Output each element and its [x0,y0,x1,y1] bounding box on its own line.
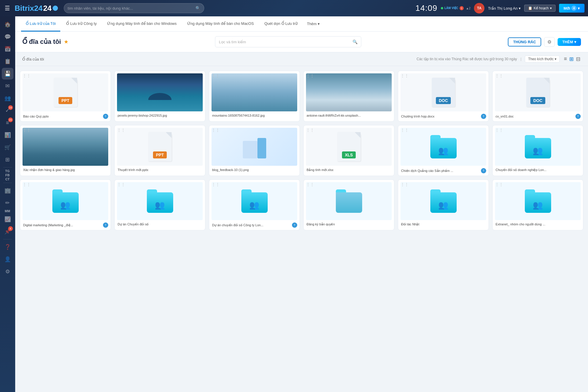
new-label-text: Mới [564,6,570,11]
file-card[interactable]: ⋮⋮ 👥 Digital marketing (Marketing _điệ..… [20,179,111,230]
file-menu-icon[interactable]: ⋮⋮ [212,73,220,78]
file-menu-icon[interactable]: ⋮⋮ [306,182,314,187]
file-card[interactable]: ⋮⋮ DOC Chương trình họp.docx T [398,71,489,122]
file-name: Dự án Chuyển đổi số [117,222,149,226]
sidebar-item-drive[interactable]: 💾 [2,68,13,80]
file-card[interactable]: ⋮⋮ 👥 Chiến dịch Quảng cáo Sản phẩm ... T [398,125,489,176]
sidebar-item-orders[interactable]: ≡15 [2,117,13,129]
list-view-icon[interactable]: ≡ [563,55,568,63]
sidebar-item-contacts[interactable]: 👥 [2,92,13,104]
sidebar-item-home[interactable]: 🏠 [2,19,13,30]
sidebar-item-building[interactable]: 🏢 [2,185,13,196]
file-menu-icon[interactable]: ⋮⋮ [117,128,125,132]
sidebar-item-mail[interactable]: ✉ [2,80,13,92]
new-button[interactable]: Mới 4 ▾ [559,4,584,13]
file-card[interactable]: ⋮⋮ XLS Bảng tính mới.xlsx [303,125,394,176]
favorite-star-icon[interactable]: ★ [64,39,68,45]
file-menu-icon[interactable]: ⋮⋮ [400,128,409,132]
folder-people-icon: 👥 [533,146,543,156]
doc-badge: DOC [436,97,451,104]
tab-macos-app-label: Ứng dụng Máy tính để bàn cho MacOS [187,21,254,26]
sidebar-item-chat[interactable]: 💬 [2,31,13,43]
file-card[interactable]: ⋮⋮ 👥 Đối tác Nhật [398,179,489,230]
file-card[interactable]: ⋮⋮ Xác nhận đơn hàng & giao hàng.jpg [20,125,111,176]
file-menu-icon[interactable]: ⋮⋮ [306,73,314,78]
file-menu-icon[interactable]: ⋮⋮ [400,73,409,78]
file-thumbnail [306,182,392,220]
sidebar-item-fb[interactable]: FB [1,173,14,177]
file-card[interactable]: ⋮⋮ 👥 Chuyển đổi số doanh nghiệp Lon... [492,125,583,176]
folder-people-icon: 👥 [438,200,448,210]
settings-button[interactable]: ⚙ [544,37,555,47]
file-card[interactable]: ⋮⋮ mountains-1650875674413-8162.jpg [209,71,300,122]
sidebar-item-crm-tasks[interactable]: ✓19 [2,105,13,116]
file-card[interactable]: ⋮⋮ PPT Báo cáo Quý.pptx T [20,71,111,122]
file-card[interactable]: ⋮⋮ pexels-jeremy-bishop-2422915.jpg [114,71,205,122]
file-menu-icon[interactable]: ⋮⋮ [495,73,503,78]
sidebar-item-pin[interactable]: 📌4 [2,226,13,237]
sidebar-item-analytics2[interactable]: 📈 [2,213,13,225]
file-menu-icon[interactable]: ⋮⋮ [495,182,503,187]
sidebar-item-mm[interactable]: MM [1,209,14,213]
file-menu-icon[interactable]: ⋮⋮ [400,182,409,187]
tab-my-drive[interactable]: Ổ Lưu trữ của Tôi [21,16,60,32]
tab-company-drive[interactable]: Ổ Lưu trữ Công ty [61,16,101,32]
file-card[interactable]: ⋮⋮ PPT Thuyết trình mới.pptx [114,125,205,176]
file-menu-icon[interactable]: ⋮⋮ [212,182,220,187]
figure-bg [257,138,266,158]
file-menu-icon[interactable]: ⋮⋮ [23,73,31,78]
file-card[interactable]: ⋮⋮ 👥 Dự án chuyển đổi số Công ty Lon... … [209,179,300,230]
sidebar-item-analytics[interactable]: 📊 [2,129,13,141]
tab-more[interactable]: Thêm ▾ [303,22,323,26]
user-avatar[interactable]: TA [474,3,484,13]
page-title: Ổ đĩa của tôi [22,38,61,46]
file-menu-icon[interactable]: ⋮⋮ [23,128,31,132]
hamburger-menu-icon[interactable]: ☰ [4,4,11,13]
mountain2-thumbnail [306,73,392,111]
global-search-input[interactable] [68,6,195,11]
file-name: Digital marketing (Marketing _điệ... [23,223,74,227]
sidebar-item-shop[interactable]: 🛒 [2,141,13,153]
file-card[interactable]: ⋮⋮ Đăng ký bản quyền [303,179,394,230]
sidebar-item-help[interactable]: ❓ [2,241,13,253]
file-menu-icon[interactable]: ⋮⋮ [23,182,31,187]
plan-button[interactable]: 📋 Kế hoạch ▾ [524,5,555,12]
file-menu-icon[interactable]: ⋮⋮ [117,182,125,187]
file-card-footer: Thuyết trình mới.pptx [117,168,203,172]
tab-clean[interactable]: Quét dọn Ổ Lưu trữ [260,16,302,32]
file-menu-icon[interactable]: ⋮⋮ [306,128,314,132]
filter-search-input[interactable] [219,40,353,44]
filter-search-bar[interactable]: 🔍 [215,36,361,47]
user-name-button[interactable]: Trần Thị Long An ▾ [488,6,521,11]
file-menu-icon[interactable]: ⋮⋮ [495,128,503,132]
doc-bg [243,141,257,158]
tab-windows-app[interactable]: Ứng dụng Máy tính để bàn cho Windows [102,16,181,32]
sidebar-item-tasks[interactable]: 📋 [2,56,13,67]
grid-view-icon[interactable]: ⊞ [569,55,574,63]
add-button[interactable]: THÊM ▾ [558,38,581,46]
file-menu-icon[interactable]: ⋮⋮ [212,128,220,132]
sidebar-item-settings[interactable]: ⚙ [2,266,13,277]
global-search-bar[interactable]: 🔍 [64,3,204,13]
sidebar-item-edit[interactable]: ✏ [2,197,13,209]
sidebar-item-calendar[interactable]: 📅 [2,43,13,55]
file-card[interactable]: ⋮⋮ antoine-rault-lhWRrZx4-kk-unsplash... [303,71,394,122]
file-card[interactable]: ⋮⋮ 👥 Dự án Chuyển đổi số [114,179,205,230]
notice-separator: | [520,57,521,61]
sidebar-item-apps[interactable]: ⊞ [2,154,13,165]
sidebar-divider-2 [3,183,12,183]
sidebar-item-tg[interactable]: TG [1,169,14,173]
sort-button[interactable]: Theo kích thước ▾ [525,56,560,63]
add-button-chevron-icon: ▾ [574,40,576,44]
header-actions: THÙNG RÁC ⚙ THÊM ▾ [508,37,581,47]
large-grid-view-icon[interactable]: ⊟ [575,55,581,63]
trash-button[interactable]: THÙNG RÁC [508,37,541,46]
tab-macos-app[interactable]: Ứng dụng Máy tính để bàn cho MacOS [183,16,259,32]
file-card[interactable]: ⋮⋮ DOC cv_vn01.doc T [492,71,583,122]
file-grid-container: ⋮⋮ PPT Báo cáo Quý.pptx T ⋮⋮ [15,66,588,392]
file-card[interactable]: ⋮⋮ blog_feedback-10 (1).png [209,125,300,176]
sidebar-item-ct[interactable]: CT [1,177,14,181]
clock-display: 14:09 [415,4,437,13]
sidebar-item-user-plus[interactable]: 👤 [2,253,13,265]
file-card[interactable]: ⋮⋮ 👥 Extranet_ nhóm cho người dùng ... [492,179,583,230]
